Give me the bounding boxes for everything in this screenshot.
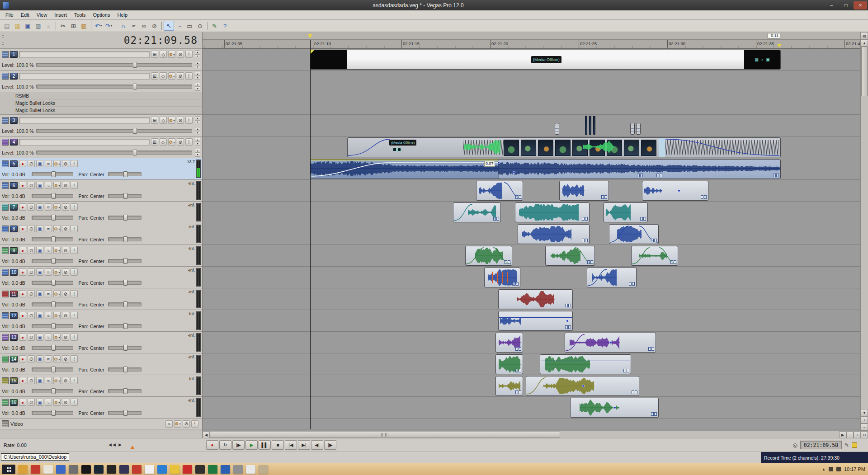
event-fade-handles[interactable] — [515, 347, 521, 351]
track-fx-button[interactable]: ⚙▾ — [168, 72, 175, 80]
track-name-field[interactable] — [19, 51, 150, 58]
mute-button[interactable]: ⊘ — [177, 51, 184, 58]
slider-thumb[interactable] — [123, 171, 127, 177]
show-hidden-icons-button[interactable]: ▲ — [822, 467, 826, 471]
dropdown-arrow-icon[interactable]: ▾ — [100, 24, 102, 28]
track-header-11[interactable]: 11●∅▣≈⚙▾⊘!Vol:0.0 dBPan:Center-Inf. — [0, 288, 202, 310]
slider-thumb[interactable] — [52, 367, 56, 372]
taskbar-app-12[interactable] — [157, 465, 167, 474]
timeline-lane-4[interactable]: (Media Offline) — [203, 136, 860, 158]
fade-in-curve[interactable] — [466, 247, 485, 266]
cursor-position-field[interactable]: 02:21:09.58 — [800, 441, 842, 449]
volume-slider[interactable] — [32, 367, 73, 372]
bus-routing-button[interactable]: ▣ — [36, 355, 43, 362]
mute-button[interactable]: ⊘ — [62, 290, 69, 297]
track-fx-button[interactable]: ⚙▾ — [168, 138, 175, 146]
track-fx-button[interactable]: ⚙▾ — [168, 117, 175, 124]
insert-envelope-button[interactable]: ≈ — [45, 312, 52, 319]
event-fade-handles[interactable] — [582, 217, 588, 221]
track-color-chip[interactable] — [2, 247, 9, 254]
ignore-event-grouping-button[interactable]: ⊘ — [149, 21, 160, 31]
mute-button[interactable]: ⊘ — [62, 247, 69, 254]
track-down-button[interactable]: ▾ — [195, 153, 200, 157]
taskbar-app-1[interactable] — [18, 465, 28, 474]
track-color-chip[interactable] — [2, 226, 9, 232]
zoom-out-time-button[interactable]: − — [846, 431, 854, 438]
volume-slider[interactable] — [32, 346, 73, 350]
track-color-chip[interactable] — [2, 160, 9, 167]
open-project-button[interactable]: ▦ — [12, 21, 23, 31]
short-video-event[interactable] — [593, 116, 595, 135]
event-fade-handles[interactable] — [582, 239, 588, 242]
timeline-lane-3[interactable] — [203, 115, 860, 136]
audio-event[interactable] — [559, 181, 609, 201]
slider-thumb[interactable] — [52, 171, 56, 177]
play-button[interactable]: ▶ — [245, 440, 258, 450]
timeline-ruler[interactable]: 02:21:0502:21:1002:21:1502:21:2002:21:25… — [203, 40, 860, 49]
rate-marker[interactable] — [130, 446, 135, 449]
track-motion-button[interactable]: ⊞ — [151, 51, 158, 58]
slider-thumb[interactable] — [123, 345, 127, 351]
edit-pencil-icon[interactable]: ✎ — [844, 442, 849, 448]
track-color-chip[interactable] — [2, 182, 9, 189]
render-as-button[interactable]: ▥ — [33, 21, 43, 31]
scroll-up-button[interactable]: ▲ — [861, 39, 868, 47]
menu-item-insert[interactable]: Insert — [51, 11, 71, 19]
slider-thumb[interactable] — [123, 215, 127, 221]
volume-slider[interactable] — [32, 216, 73, 220]
audio-event[interactable] — [498, 289, 573, 309]
insert-envelope-button[interactable]: ≈ — [45, 203, 52, 211]
solo-button[interactable]: ! — [71, 290, 78, 297]
pan-slider[interactable] — [108, 302, 142, 306]
audio-event[interactable] — [526, 376, 639, 396]
slider-thumb[interactable] — [123, 280, 127, 286]
insert-envelope-button[interactable]: ≈ — [45, 247, 52, 254]
pan-slider[interactable] — [108, 172, 142, 176]
arm-for-record-button[interactable]: ● — [19, 312, 26, 319]
cut-button[interactable]: ✂ — [58, 21, 68, 31]
timeline-tools-button[interactable]: ▤ — [861, 32, 868, 39]
track-down-button[interactable]: ▾ — [195, 131, 200, 135]
audio-event[interactable] — [476, 181, 523, 201]
timeline-lane-11[interactable] — [203, 288, 860, 310]
bus-mute-button[interactable]: ⊘ — [183, 420, 190, 428]
fade-in-curve[interactable] — [587, 268, 607, 287]
event-fade-handles[interactable] — [493, 217, 499, 221]
taskbar-app-16[interactable] — [208, 465, 217, 474]
track-color-chip[interactable] — [2, 377, 9, 384]
audio-event[interactable] — [570, 398, 659, 418]
audio-event[interactable] — [495, 376, 523, 396]
zoom-edit-tool-button[interactable]: ⊙ — [195, 21, 205, 31]
dropdown-arrow-icon[interactable]: ▾ — [58, 401, 60, 404]
track-header-3[interactable]: 3⊞◇⚙▾⊘!▴▾Level:100.0 %▴▾ — [0, 115, 202, 136]
track-header-12[interactable]: 12●∅▣≈⚙▾⊘!Vol:0.0 dBPan:Center-Inf. — [0, 310, 202, 332]
level-slider[interactable] — [36, 150, 192, 155]
invert-track-phase-button[interactable]: ∅ — [28, 203, 35, 211]
zoom-out-vertical-button[interactable]: − — [861, 423, 868, 431]
volume-icon[interactable] — [836, 467, 841, 471]
mute-button[interactable]: ⊘ — [177, 72, 184, 80]
taskbar-app-15[interactable] — [195, 465, 205, 474]
track-color-chip[interactable] — [2, 312, 9, 319]
menu-item-file[interactable]: File — [2, 11, 17, 19]
minimize-track-button[interactable]: ▴ — [195, 50, 200, 54]
mute-button[interactable]: ⊘ — [62, 182, 69, 189]
invert-track-phase-button[interactable]: ∅ — [28, 334, 35, 341]
bypass-motion-blur-button[interactable]: ◇ — [160, 72, 167, 80]
pause-button[interactable]: ▌▌ — [259, 440, 271, 450]
track-header-5[interactable]: 5●∅▣≈⚙▾⊘!Vol:0.0 dBPan:Center-13.7 — [0, 158, 202, 180]
insert-envelope-button[interactable]: ≈ — [45, 399, 52, 406]
pan-slider[interactable] — [108, 389, 142, 393]
slider-thumb[interactable] — [133, 150, 137, 155]
invert-track-phase-button[interactable]: ∅ — [28, 160, 35, 167]
timeline-marker[interactable]: -0.11 — [768, 33, 780, 39]
fx-item[interactable]: RSMB — [15, 92, 202, 99]
redo-button[interactable]: ↷▾ — [104, 21, 114, 31]
track-header-16[interactable]: 16●∅▣≈⚙▾⊘!Vol:0.0 dBPan:Center-Inf. — [0, 397, 202, 419]
level-slider[interactable] — [36, 63, 192, 67]
track-header-8[interactable]: 8●∅▣≈⚙▾⊘!Vol:0.0 dBPan:Center-Inf. — [0, 223, 202, 245]
dropdown-arrow-icon[interactable]: ▾ — [58, 314, 60, 317]
dropdown-arrow-icon[interactable]: ▾ — [58, 227, 60, 230]
insert-envelope-button[interactable]: ≈ — [45, 334, 52, 341]
taskbar-app-7[interactable] — [94, 465, 104, 474]
